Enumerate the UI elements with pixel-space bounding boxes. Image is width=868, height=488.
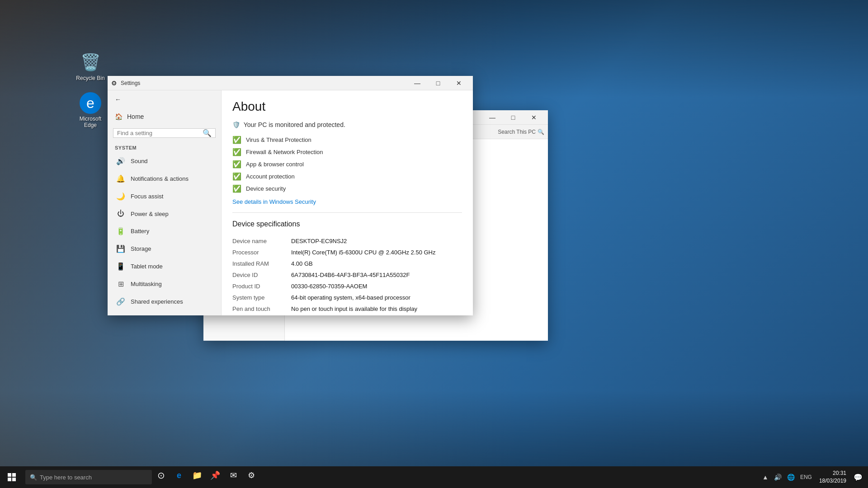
spec-ram: Installed RAM 4.00 GB [232, 258, 462, 269]
desktop-icon-recycle-bin[interactable]: 🗑️ Recycle Bin [72, 50, 108, 83]
tray-lang-label: ENG [798, 474, 814, 480]
check-firewall-icon: ✅ [232, 148, 241, 156]
sidebar-item-clipboard[interactable]: 📋 Clipboard [108, 310, 221, 315]
home-icon: 🏠 [115, 113, 123, 120]
spec-device-id: Device ID 6A730841-D4B6-4AF3-BF3A-45F11A… [232, 269, 462, 281]
check-virus-icon: ✅ [232, 136, 241, 144]
edge-icon: e [80, 92, 101, 114]
taskbar-cortana-btn[interactable]: ⊙ [152, 466, 170, 484]
back-button[interactable]: ← [108, 90, 221, 108]
taskbar-search-placeholder: Type here to search [40, 474, 92, 481]
explorer-search-label: Search This PC [498, 129, 536, 135]
battery-icon: 🔋 [116, 227, 125, 235]
tray-network-icon[interactable]: 🌐 [785, 474, 797, 481]
explorer-minimize-btn[interactable]: — [482, 110, 503, 125]
settings-close-btn[interactable]: ✕ [448, 76, 469, 90]
protection-list: ✅ Virus & Threat Protection ✅ Firewall &… [232, 134, 462, 195]
sidebar-item-battery[interactable]: 🔋 Battery [108, 222, 221, 240]
tray-expand-icon[interactable]: ▲ [760, 474, 770, 481]
protection-item-device: ✅ Device security [232, 183, 462, 195]
taskbar-pin-btn[interactable]: 📌 [206, 466, 224, 484]
sidebar-item-power[interactable]: ⏻ Power & sleep [108, 205, 221, 222]
device-specs-title: Device specifications [232, 220, 462, 228]
protection-item-account: ✅ Account protection [232, 170, 462, 183]
settings-sidebar: ← 🏠 Home 🔍 System 🔊 Sound 🔔 Notifi [108, 90, 222, 315]
sidebar-section-system: System [108, 141, 221, 152]
focus-icon: 🌙 [116, 192, 125, 201]
back-arrow-icon: ← [115, 96, 121, 103]
settings-window-controls: — □ ✕ [407, 76, 469, 90]
taskbar-mail-btn[interactable]: ✉ [224, 466, 242, 484]
settings-window: ⚙ Settings — □ ✕ ← 🏠 Home 🔍 [108, 76, 473, 315]
settings-search-input[interactable] [117, 130, 203, 136]
check-device-icon: ✅ [232, 184, 241, 193]
settings-titlebar: ⚙ Settings — □ ✕ [108, 76, 473, 90]
settings-minimize-btn[interactable]: — [407, 76, 428, 90]
settings-search-box[interactable]: 🔍 [113, 128, 216, 138]
taskbar-clock[interactable]: 20:31 18/03/2019 [816, 469, 850, 485]
content-divider [232, 212, 462, 213]
explorer-close-btn[interactable]: ✕ [524, 110, 544, 125]
taskbar-search-box[interactable]: 🔍 Type here to search [25, 470, 152, 484]
taskbar-app-icons: ⊙ e 📁 📌 ✉ ⚙ [152, 466, 260, 488]
multitasking-icon: ⊞ [116, 280, 125, 288]
shield-icon: 🛡️ [232, 121, 240, 128]
sidebar-item-tablet[interactable]: 📱 Tablet mode [108, 258, 221, 275]
sound-icon: 🔊 [116, 157, 125, 165]
edge-label: Microsoft Edge [74, 116, 107, 128]
sidebar-item-focus[interactable]: 🌙 Focus assist [108, 188, 221, 205]
taskbar-search-icon: 🔍 [30, 474, 37, 481]
check-account-icon: ✅ [232, 172, 241, 181]
sidebar-item-shared[interactable]: 🔗 Shared experiences [108, 293, 221, 310]
recycle-bin-icon: 🗑️ [80, 52, 101, 73]
start-button[interactable] [0, 466, 24, 488]
sidebar-item-sound[interactable]: 🔊 Sound [108, 152, 221, 170]
tray-notification-icon[interactable]: 💬 [852, 473, 864, 482]
taskbar-edge-btn[interactable]: e [170, 466, 188, 484]
protection-item-firewall: ✅ Firewall & Network Protection [232, 146, 462, 158]
explorer-search-icon: 🔍 [538, 129, 544, 135]
check-browser-icon: ✅ [232, 160, 241, 169]
shared-icon: 🔗 [116, 297, 125, 306]
taskbar-files-btn[interactable]: 📁 [188, 466, 206, 484]
protection-item-browser: ✅ App & browser control [232, 158, 462, 170]
spec-processor: Processor Intel(R) Core(TM) i5-6300U CPU… [232, 247, 462, 258]
tablet-icon: 📱 [116, 262, 125, 271]
security-details-link[interactable]: See details in Windows Security [232, 198, 462, 205]
settings-maximize-btn[interactable]: □ [428, 76, 448, 90]
taskbar-settings-btn[interactable]: ⚙ [242, 466, 260, 484]
taskbar-time-display: 20:31 [833, 469, 846, 477]
spec-system-type: System type 64-bit operating system, x64… [232, 292, 462, 303]
spec-pen-touch: Pen and touch No pen or touch input is a… [232, 303, 462, 314]
sidebar-item-notifications[interactable]: 🔔 Notifications & actions [108, 170, 221, 188]
recycle-bin-label: Recycle Bin [76, 75, 104, 81]
explorer-window-controls: — □ ✕ [482, 110, 544, 125]
taskbar-tray: ▲ 🔊 🌐 ENG 20:31 18/03/2019 💬 [760, 469, 868, 485]
taskbar: 🔍 Type here to search ⊙ e 📁 📌 ✉ ⚙ ▲ 🔊 🌐 … [0, 466, 868, 488]
settings-body: ← 🏠 Home 🔍 System 🔊 Sound 🔔 Notifi [108, 90, 473, 315]
specs-table: Device name DESKTOP-EC9NSJ2 Processor In… [232, 235, 462, 314]
settings-gear-icon: ⚙ [111, 80, 117, 87]
clipboard-icon: 📋 [116, 315, 125, 315]
spec-product-id: Product ID 00330-62850-70359-AAOEM [232, 281, 462, 292]
tray-speaker-icon[interactable]: 🔊 [772, 474, 783, 481]
protection-item-virus: ✅ Virus & Threat Protection [232, 134, 462, 146]
about-title: About [232, 99, 462, 114]
desktop-icon-edge[interactable]: e Microsoft Edge [72, 90, 108, 130]
settings-title: Settings [121, 80, 140, 86]
spec-device-name: Device name DESKTOP-EC9NSJ2 [232, 235, 462, 247]
power-icon: ⏻ [116, 210, 125, 218]
settings-search-icon: 🔍 [203, 129, 212, 137]
storage-icon: 💾 [116, 244, 125, 253]
windows-logo [8, 473, 16, 481]
explorer-maximize-btn[interactable]: □ [503, 110, 524, 125]
notifications-icon: 🔔 [116, 174, 125, 183]
sidebar-item-storage[interactable]: 💾 Storage [108, 240, 221, 258]
home-link[interactable]: 🏠 Home [108, 108, 221, 125]
sidebar-item-multitasking[interactable]: ⊞ Multitasking [108, 275, 221, 293]
taskbar-date-display: 18/03/2019 [819, 477, 846, 485]
desktop: 🗑️ Recycle Bin e Microsoft Edge 📁 This P… [0, 0, 868, 488]
protection-headline: 🛡️ Your PC is monitored and protected. [232, 121, 462, 128]
settings-main: About 🛡️ Your PC is monitored and protec… [222, 90, 473, 315]
